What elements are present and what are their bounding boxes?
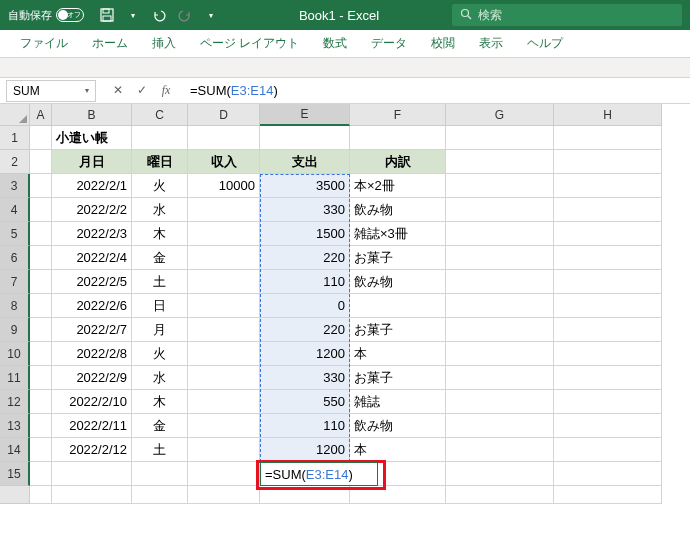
cell[interactable] (30, 390, 52, 414)
cell-expense[interactable]: 1500 (260, 222, 350, 246)
cell[interactable] (132, 486, 188, 504)
search-box[interactable]: 検索 (452, 4, 682, 26)
cell[interactable] (30, 294, 52, 318)
cell[interactable] (446, 342, 554, 366)
cell-expense[interactable]: 110 (260, 414, 350, 438)
col-header-d[interactable]: D (188, 104, 260, 126)
cell[interactable] (30, 414, 52, 438)
col-header-c[interactable]: C (132, 104, 188, 126)
cell-detail[interactable]: お菓子 (350, 246, 446, 270)
cell[interactable] (30, 150, 52, 174)
tab-insert[interactable]: 挿入 (140, 30, 188, 58)
cell[interactable] (52, 486, 132, 504)
cell[interactable] (30, 270, 52, 294)
cell[interactable] (554, 198, 662, 222)
cell-detail[interactable]: お菓子 (350, 318, 446, 342)
cell-expense[interactable]: 3500 (260, 174, 350, 198)
cell[interactable] (554, 414, 662, 438)
spreadsheet-grid[interactable]: A B C D E F G H 1小遣い帳2月日曜日収入支出内訳32022/2/… (0, 104, 690, 504)
chevron-down-icon[interactable]: ▾ (85, 86, 89, 95)
row-header-3[interactable]: 3 (0, 174, 30, 198)
cell-date[interactable]: 2022/2/7 (52, 318, 132, 342)
col-header-g[interactable]: G (446, 104, 554, 126)
cell-date[interactable]: 2022/2/10 (52, 390, 132, 414)
cell-weekday[interactable]: 火 (132, 174, 188, 198)
cell-date[interactable]: 2022/2/9 (52, 366, 132, 390)
tab-help[interactable]: ヘルプ (515, 30, 575, 58)
cell[interactable] (554, 246, 662, 270)
cell-date[interactable]: 2022/2/6 (52, 294, 132, 318)
cell-date[interactable]: 2022/2/5 (52, 270, 132, 294)
enter-icon[interactable]: ✓ (134, 83, 150, 98)
cell-weekday[interactable]: 日 (132, 294, 188, 318)
row-header-12[interactable]: 12 (0, 390, 30, 414)
cell[interactable] (554, 150, 662, 174)
cell-date[interactable]: 2022/2/1 (52, 174, 132, 198)
cell[interactable] (446, 294, 554, 318)
cell-income[interactable] (188, 318, 260, 342)
cell-date[interactable]: 2022/2/11 (52, 414, 132, 438)
cell[interactable] (446, 150, 554, 174)
cell[interactable] (350, 486, 446, 504)
cell[interactable] (446, 390, 554, 414)
cell-detail[interactable]: 本 (350, 438, 446, 462)
cell[interactable] (30, 342, 52, 366)
cell[interactable] (30, 246, 52, 270)
cell[interactable] (446, 414, 554, 438)
cell-expense[interactable]: 110 (260, 270, 350, 294)
cell-date[interactable]: 2022/2/12 (52, 438, 132, 462)
cell[interactable] (188, 486, 260, 504)
fx-icon[interactable]: fx (158, 83, 174, 98)
col-header-a[interactable]: A (30, 104, 52, 126)
tab-file[interactable]: ファイル (8, 30, 80, 58)
cell[interactable] (446, 486, 554, 504)
cell-income[interactable] (188, 414, 260, 438)
cell-expense[interactable]: 1200 (260, 342, 350, 366)
cell[interactable] (554, 366, 662, 390)
cell[interactable] (30, 438, 52, 462)
header-detail[interactable]: 内訳 (350, 150, 446, 174)
save-icon[interactable] (98, 6, 116, 24)
row-header-1[interactable]: 1 (0, 126, 30, 150)
cell[interactable] (30, 174, 52, 198)
cell[interactable] (554, 294, 662, 318)
header-date[interactable]: 月日 (52, 150, 132, 174)
cell-detail[interactable]: 飲み物 (350, 270, 446, 294)
cell-detail[interactable]: お菓子 (350, 366, 446, 390)
qat-more-icon[interactable]: ▾ (202, 6, 220, 24)
undo-icon[interactable] (150, 6, 168, 24)
cell-weekday[interactable]: 火 (132, 342, 188, 366)
cell[interactable] (30, 198, 52, 222)
cell-detail[interactable] (350, 294, 446, 318)
select-all-corner[interactable] (0, 104, 30, 126)
cell[interactable] (260, 486, 350, 504)
cell-weekday[interactable]: 金 (132, 414, 188, 438)
cell[interactable] (30, 366, 52, 390)
cell-income[interactable] (188, 438, 260, 462)
cell[interactable] (446, 174, 554, 198)
row-header-14[interactable]: 14 (0, 438, 30, 462)
cell-date[interactable]: 2022/2/3 (52, 222, 132, 246)
cell-income[interactable] (188, 294, 260, 318)
row-header-15[interactable]: 15 (0, 462, 30, 486)
col-header-e[interactable]: E (260, 104, 350, 126)
cell[interactable] (30, 126, 52, 150)
cell-income[interactable] (188, 366, 260, 390)
cell[interactable] (446, 246, 554, 270)
cell[interactable] (554, 390, 662, 414)
cell-income[interactable] (188, 246, 260, 270)
cell-weekday[interactable]: 土 (132, 438, 188, 462)
cell[interactable] (350, 126, 446, 150)
row-header-7[interactable]: 7 (0, 270, 30, 294)
row-header-4[interactable]: 4 (0, 198, 30, 222)
cell[interactable] (554, 318, 662, 342)
cell[interactable] (52, 462, 132, 486)
cell[interactable] (554, 438, 662, 462)
cell-weekday[interactable]: 金 (132, 246, 188, 270)
col-header-f[interactable]: F (350, 104, 446, 126)
qat-dropdown-icon[interactable]: ▾ (124, 6, 142, 24)
header-income[interactable]: 収入 (188, 150, 260, 174)
cell-income[interactable]: 10000 (188, 174, 260, 198)
cell-expense[interactable]: 220 (260, 318, 350, 342)
cell[interactable] (446, 318, 554, 342)
